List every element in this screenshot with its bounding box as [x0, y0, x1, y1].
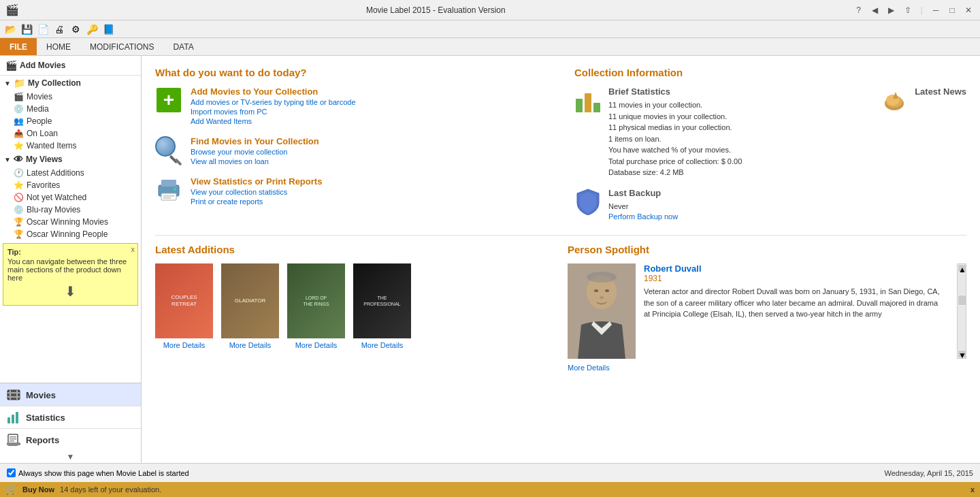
- tip-text: You can navigate between the three main …: [7, 257, 133, 282]
- movie-card-4: THEPROFESSIONAL More Details: [353, 263, 411, 349]
- movie-more-details-1[interactable]: More Details: [163, 341, 206, 349]
- sidebar-item-wanted[interactable]: ⭐ Wanted Items: [0, 140, 141, 152]
- tip-box: x Tip: You can navigate between the thre…: [3, 243, 138, 306]
- always-show-checkbox-wrap: Always show this page when Movie Label i…: [7, 468, 189, 477]
- sidebar-add-movies[interactable]: 🎬 Add Movies: [0, 56, 141, 76]
- close-button[interactable]: ✕: [962, 4, 975, 16]
- help-icon[interactable]: ?: [853, 4, 865, 16]
- print-icon[interactable]: 🖨: [52, 22, 67, 37]
- sidebar-item-on-loan[interactable]: 📤 On Loan: [0, 127, 141, 140]
- menu-modifications[interactable]: MODIFICATIONS: [80, 38, 163, 55]
- sidebar-item-movies[interactable]: 🎬 Movies: [0, 91, 141, 103]
- sidebar-my-views-header[interactable]: ▼ 👁 My Views: [0, 152, 141, 167]
- svg-rect-14: [161, 180, 176, 187]
- nav-back-icon[interactable]: ◀: [869, 4, 881, 16]
- nav-statistics-icon: [7, 411, 20, 424]
- svg-rect-10: [10, 438, 16, 440]
- menu-file[interactable]: FILE: [0, 38, 37, 55]
- key-icon[interactable]: 🔑: [84, 22, 99, 37]
- statistics-link-2[interactable]: Print or create reports: [191, 197, 547, 206]
- nav-reports[interactable]: Reports: [0, 428, 141, 451]
- maximize-button[interactable]: □: [946, 4, 958, 16]
- find-movies-link-2[interactable]: View all movies on loan: [191, 157, 547, 165]
- people-icon: 👥: [14, 116, 24, 126]
- stats-chart-icon: [574, 86, 602, 114]
- perform-backup-link[interactable]: Perform Backup now: [608, 212, 678, 221]
- always-show-checkbox[interactable]: [7, 468, 16, 477]
- movie-more-details-4[interactable]: More Details: [361, 341, 404, 349]
- last-backup-card: Last Backup Never Perform Backup now: [574, 188, 966, 222]
- open-icon[interactable]: 📂: [3, 22, 18, 37]
- person-year: 1931: [644, 274, 946, 283]
- person-name[interactable]: Robert Duvall: [644, 263, 946, 274]
- spotlight-content: Robert Duvall 1931 Veteran actor and dir…: [568, 263, 966, 359]
- sidebar-item-bluray[interactable]: 💿 Blu-ray Movies: [0, 204, 141, 216]
- sidebar-item-oscar-people[interactable]: 🏆 Oscar Winning People: [0, 228, 141, 240]
- statistics-link-1[interactable]: View your collection statistics: [191, 188, 547, 196]
- scroll-up-arrow[interactable]: ▲: [958, 265, 966, 272]
- news-content: Latest News: [915, 86, 966, 99]
- sidebar-item-people[interactable]: 👥 People: [0, 115, 141, 127]
- find-movies-link-1[interactable]: Browse your movie collection: [191, 148, 547, 156]
- nav-up-icon[interactable]: ⇧: [902, 4, 914, 16]
- statistics-action-title[interactable]: View Statistics or Print Reports: [191, 176, 547, 187]
- svg-rect-17: [163, 197, 171, 199]
- person-photo: [568, 263, 636, 359]
- movie-title-3: LORD OFTHE RINGS: [300, 292, 331, 310]
- nav-movies[interactable]: Movies: [0, 383, 141, 406]
- scroll-thumb[interactable]: [958, 295, 966, 305]
- movie-more-details-3[interactable]: More Details: [295, 341, 338, 349]
- nav-more-button[interactable]: ▼: [0, 451, 141, 463]
- scroll-track-2: [958, 306, 966, 350]
- sidebar-item-favorites[interactable]: ⭐ Favorites: [0, 179, 141, 191]
- stats-text: 11 movies in your collection. 11 unique …: [608, 99, 867, 178]
- movie-more-details-2[interactable]: More Details: [229, 341, 272, 349]
- svg-rect-12: [7, 443, 20, 445]
- nav-statistics[interactable]: Statistics: [0, 406, 141, 428]
- stats-title: Brief Statistics: [608, 86, 867, 97]
- add-movies-icon: 🎬: [5, 60, 17, 71]
- buy-now-button[interactable]: Buy Now: [22, 485, 54, 494]
- printer-svg-icon: [156, 177, 182, 203]
- help-book-icon[interactable]: 📘: [101, 22, 116, 37]
- eval-text: 14 days left of your evaluation.: [60, 485, 161, 494]
- minimize-button[interactable]: ─: [930, 4, 942, 16]
- backup-status: Never: [608, 201, 966, 212]
- svg-point-21: [886, 95, 900, 106]
- add-movies-action-title[interactable]: Add Movies to Your Collection: [191, 86, 547, 97]
- latest-icon: 🕐: [14, 168, 24, 178]
- person-spotlight-title: Person Spotlight: [568, 244, 966, 255]
- always-show-label[interactable]: Always show this page when Movie Label i…: [18, 469, 189, 477]
- latest-news-card: Latest News: [881, 86, 966, 178]
- tip-close-button[interactable]: x: [131, 245, 135, 253]
- menu-bar: FILE HOME MODIFICATIONS DATA: [0, 38, 980, 56]
- footer-close-icon[interactable]: x: [970, 485, 975, 494]
- sidebar-my-collection-header[interactable]: ▼ 📁 My Collection: [0, 76, 141, 91]
- add-movies-link-3[interactable]: Add Wanted Items: [191, 117, 547, 125]
- separator: |: [921, 5, 923, 15]
- add-movies-link-1[interactable]: Add movies or TV-series by typing title …: [191, 98, 547, 106]
- bluray-icon: 💿: [14, 205, 24, 214]
- menu-data[interactable]: DATA: [163, 38, 203, 55]
- collapse-icon: ▼: [4, 80, 11, 87]
- movie-card-3: LORD OFTHE RINGS More Details: [287, 263, 345, 349]
- sidebar-item-latest[interactable]: 🕐 Latest Additions: [0, 167, 141, 179]
- nav-reports-icon: [7, 433, 20, 447]
- new-icon[interactable]: 📄: [35, 22, 50, 37]
- nav-forward-icon[interactable]: ▶: [885, 4, 898, 16]
- sidebar-item-oscar-movies[interactable]: 🏆 Oscar Winning Movies: [0, 216, 141, 228]
- not-watched-icon: 🚫: [14, 193, 24, 202]
- bio-scrollbar[interactable]: ▲ ▼: [957, 263, 966, 359]
- svg-rect-1: [7, 392, 20, 394]
- menu-home[interactable]: HOME: [37, 38, 80, 55]
- svg-rect-5: [7, 417, 10, 423]
- find-movies-action-title[interactable]: Find Movies in Your Collection: [191, 136, 547, 146]
- sidebar-item-media[interactable]: 💿 Media: [0, 103, 141, 115]
- save-icon[interactable]: 💾: [19, 22, 34, 37]
- settings-icon[interactable]: ⚙: [68, 22, 83, 37]
- add-movies-link-2[interactable]: Import movies from PC: [191, 108, 547, 116]
- sidebar-item-not-watched[interactable]: 🚫 Not yet Watched: [0, 191, 141, 204]
- svg-rect-15: [161, 193, 176, 200]
- scroll-down-arrow[interactable]: ▼: [958, 351, 966, 357]
- person-more-details[interactable]: More Details: [568, 364, 610, 372]
